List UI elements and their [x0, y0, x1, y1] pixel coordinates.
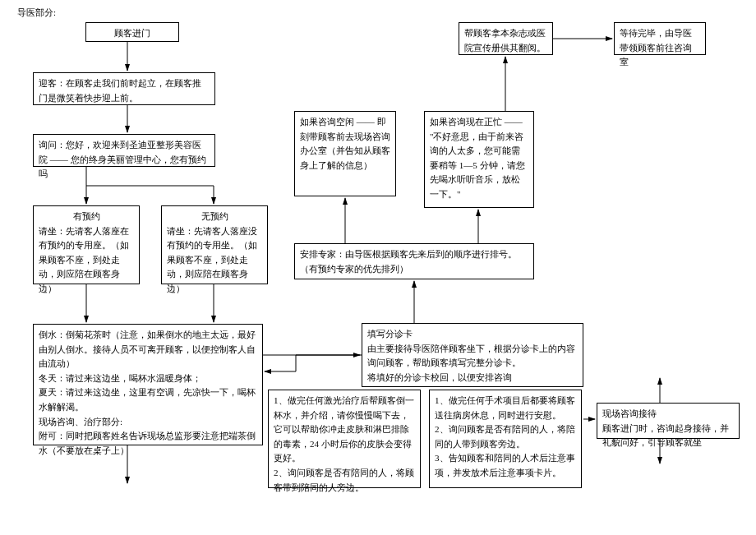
- box-ask: 询问：您好，欢迎来到圣迪亚整形美容医院 —— 您的终身美丽管理中心，您有预约吗: [33, 134, 215, 167]
- t: 顾客进门: [114, 28, 150, 38]
- box-waitdone: 等待完毕，由导医带领顾客前往咨询室: [614, 22, 706, 55]
- t: 安排专家：由导医根据顾客先来后到的顺序进行排号。（有预约专家的优先排列）: [300, 249, 517, 274]
- t: 等待完毕，由导医带领顾客前往咨询室: [620, 28, 692, 67]
- t: 迎客：在顾客走我们前时起立，在顾客推门是微笑着快步迎上前。: [39, 78, 201, 103]
- t: 询问：您好，欢迎来到圣迪亚整形美容医院 —— 您的终身美丽管理中心，您有预约吗: [39, 140, 206, 178]
- box-arrange: 安排专家：由导医根据顾客先来后到的顺序进行排号。（有预约专家的优先排列）: [294, 243, 534, 279]
- box-enter: 顾客进门: [85, 22, 179, 42]
- box-water: 倒水：倒菊花茶时（注意，如果倒水的地主太远，最好由别人倒水。接待人员不可离开顾客…: [33, 324, 263, 445]
- t: 如果咨询现在正忙 —— "不好意思，由于前来咨询的人太多，您可能需要稍等 1—5…: [430, 117, 525, 199]
- box-greet: 迎客：在顾客走我们前时起立，在顾客推门是微笑着快步迎上前。: [33, 72, 215, 105]
- box-idle: 如果咨询空闲 —— 即刻带顾客前去现场咨询办公室（并告知从顾客身上了解的信息）: [294, 111, 396, 196]
- t2: 请坐：先请客人落座没有预约的专用坐。（如果顾客不座，到处走动，则应陪在顾客身边）: [167, 224, 262, 297]
- box-laser: 1、做完任何激光治疗后帮顾客倒一杯水，并介绍，请你慢慢喝下去，它可以帮助你冲走皮…: [268, 390, 421, 488]
- box-surgery: 1、做完任何手术项目后都要将顾客送往病房休息，同时进行安慰。 2、询问顾客是否有…: [429, 390, 582, 488]
- box-onsite: 现场咨询接待 顾客进门时，咨询起身接待，并礼貌问好，引导顾客就坐: [597, 403, 740, 439]
- box-card: 填写分诊卡 由主要接待导医陪伴顾客坐下，根据分诊卡上的内容询问顾客，帮助顾客填写…: [362, 323, 583, 387]
- box-noappoint: 无预约 请坐：先请客人落座没有预约的专用坐。（如果顾客不座，到处走动，则应陪在顾…: [161, 205, 268, 284]
- t: 1、做完任何激光治疗后帮顾客倒一杯水，并介绍，请你慢慢喝下去，它可以帮助你冲走皮…: [274, 395, 414, 492]
- t2: 请坐：先请客人落座在有预约的专用座。（如果顾客不座，到处走动，则应陪在顾客身边）: [39, 224, 134, 297]
- t1: 有预约: [39, 210, 134, 224]
- t: 1、做完任何手术项目后都要将顾客送往病房休息，同时进行安慰。 2、询问顾客是否有…: [435, 395, 575, 477]
- page-title: 导医部分:: [17, 7, 56, 19]
- box-busy: 如果咨询现在正忙 —— "不好意思，由于前来咨询的人太多，您可能需要稍等 1—5…: [424, 111, 534, 208]
- box-magazine: 帮顾客拿本杂志或医院宣传册供其翻阅。: [459, 22, 553, 55]
- t: 填写分诊卡 由主要接待导医陪伴顾客坐下，根据分诊卡上的内容询问顾客，帮助顾客填写…: [367, 329, 575, 382]
- t: 现场咨询接待 顾客进门时，咨询起身接待，并礼貌问好，引导顾客就坐: [602, 408, 729, 447]
- t: 帮顾客拿本杂志或医院宣传册供其翻阅。: [464, 28, 546, 53]
- t: 如果咨询空闲 —— 即刻带顾客前去现场咨询办公室（并告知从顾客身上了解的信息）: [300, 117, 390, 170]
- box-appoint: 有预约 请坐：先请客人落座在有预约的专用座。（如果顾客不座，到处走动，则应陪在顾…: [33, 205, 140, 284]
- t1: 无预约: [167, 210, 262, 224]
- t: 倒水：倒菊花茶时（注意，如果倒水的地主太远，最好由别人倒水。接待人员不可离开顾客…: [39, 330, 256, 455]
